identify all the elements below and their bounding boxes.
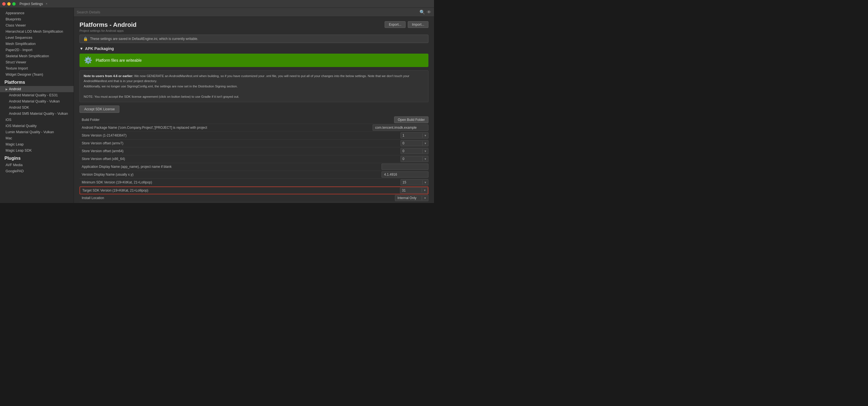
build-folder-label: Build Folder: [80, 116, 394, 123]
lock-icon: 🔒: [83, 36, 88, 41]
install-location-dropdown[interactable]: Internal Only ▼: [395, 195, 428, 201]
store-version-value: 1 ▼: [401, 133, 428, 139]
note-line2: Additionally, we no longer use SigningCo…: [84, 84, 424, 89]
platforms-section-header: Platforms: [0, 78, 74, 86]
version-display-input[interactable]: [381, 171, 428, 178]
dropdown-arrow-icon[interactable]: ▼: [422, 196, 428, 200]
sidebar-item-magic-leap[interactable]: Magic Leap: [0, 141, 74, 147]
store-armv7-spinner[interactable]: 0 ▼: [401, 140, 428, 146]
install-location-label: Install Location: [80, 195, 395, 201]
import-button[interactable]: Import...: [408, 21, 428, 28]
sidebar-item-blueprints[interactable]: Blueprints: [0, 16, 74, 22]
spinner-x86-arrow-icon[interactable]: ▼: [422, 157, 428, 161]
sidebar-item-skeletal-mesh[interactable]: Skeletal Mesh Simplification: [0, 53, 74, 59]
fullscreen-button[interactable]: [12, 2, 16, 6]
sidebar-item-texture-import[interactable]: Texture Import: [0, 65, 74, 71]
store-x86-val: 0: [401, 156, 422, 162]
target-sdk-label: Target SDK Version (19=KitKat, 21=Lollip…: [80, 187, 400, 194]
sidebar-item-appearance[interactable]: Appearance: [0, 10, 74, 16]
sidebar-item-ios[interactable]: iOS: [0, 117, 74, 123]
apk-section-header: ▼ APK Packaging: [80, 46, 428, 51]
info-text: These settings are saved in DefaultEngin…: [90, 37, 198, 41]
app-name-value: [381, 164, 428, 170]
sidebar-item-android-es31[interactable]: Android Material Quality - ES31: [0, 92, 74, 98]
titlebar-close-icon[interactable]: ×: [46, 2, 48, 5]
section-collapse-icon[interactable]: ▼: [80, 46, 84, 51]
store-x86-spinner[interactable]: 0 ▼: [401, 156, 428, 162]
note-line1: Note to users from 4.6 or earlier: We no…: [84, 74, 424, 84]
sidebar-item-android-sm5[interactable]: Android SM5 Material Quality - Vulkan: [0, 111, 74, 117]
sidebar-item-android[interactable]: ▶ Android: [0, 86, 74, 92]
sidebar-item-hierarchical-lod[interactable]: Hierarchical LOD Mesh Simplification: [0, 28, 74, 35]
target-sdk-val: 31: [400, 187, 422, 193]
spinner-arm64-arrow-icon[interactable]: ▼: [422, 149, 428, 153]
store-version-val: 1: [401, 133, 422, 138]
main-layout: Appearance Blueprints Class Viewer Hiera…: [0, 8, 434, 203]
close-button[interactable]: [2, 2, 6, 6]
sidebar-item-paper2d[interactable]: Paper2D - Import: [0, 47, 74, 53]
spinner-arrow-icon[interactable]: ▼: [422, 134, 428, 138]
settings-row-store-arm64: Store Version offset (arm64) 0 ▼: [80, 147, 428, 155]
store-armv7-value: 0 ▼: [401, 140, 428, 146]
store-arm64-spinner[interactable]: 0 ▼: [401, 148, 428, 154]
writeable-banner: ⚙️ Platform files are writeable: [80, 54, 428, 67]
store-x86-value: 0 ▼: [401, 156, 428, 162]
info-banner: 🔒 These settings are saved in DefaultEng…: [80, 35, 428, 43]
sidebar-item-level-sequences[interactable]: Level Sequences: [0, 35, 74, 41]
spinner-armv7-arrow-icon[interactable]: ▼: [422, 141, 428, 145]
search-input[interactable]: [77, 10, 417, 14]
titlebar: Project Settings ×: [0, 0, 434, 8]
content-area: Platforms - Android Project settings for…: [74, 17, 434, 203]
lint-label: Enable Lint depreciation checks: [80, 202, 425, 203]
sidebar-item-lumin[interactable]: Lumin Material Quality - Vulkan: [0, 129, 74, 135]
package-name-label: Android Package Name ('com.Company.Proje…: [80, 124, 373, 131]
sidebar-item-mac[interactable]: Mac: [0, 135, 74, 141]
install-location-value: Internal Only ▼: [395, 195, 428, 201]
store-arm64-val: 0: [401, 148, 422, 154]
sidebar-item-android-sdk[interactable]: Android SDK: [0, 105, 74, 111]
sidebar-item-struct-viewer[interactable]: Struct Viewer: [0, 59, 74, 65]
sidebar-item-magic-leap-sdk[interactable]: Magic Leap SDK: [0, 147, 74, 153]
store-version-spinner[interactable]: 1 ▼: [401, 133, 428, 139]
target-sdk-value: 31 ▼: [400, 187, 428, 194]
sidebar-item-android-vulkan[interactable]: Android Material Quality - Vulkan: [0, 98, 74, 105]
search-icons: 🔍 👁: [420, 9, 431, 15]
target-sdk-spinner[interactable]: 31 ▼: [400, 187, 428, 194]
spinner-min-sdk-arrow-icon[interactable]: ▼: [422, 180, 428, 184]
sidebar-item-avf-media[interactable]: AVF Media: [0, 162, 74, 168]
spinner-target-sdk-arrow-icon[interactable]: ▼: [422, 188, 428, 193]
install-location-dropdown-val: Internal Only: [395, 195, 422, 201]
sidebar-item-googlepad[interactable]: GooglePAD: [0, 168, 74, 174]
store-arm64-label: Store Version offset (arm64): [80, 148, 401, 154]
store-version-label: Store Version (1-2147483647): [80, 132, 401, 139]
min-sdk-spinner[interactable]: 15 ▼: [401, 179, 428, 185]
window-title: Project Settings: [20, 2, 43, 6]
note-box: Note to users from 4.6 or earlier: We no…: [80, 70, 428, 102]
store-x86-label: Store Version offset (x86_64): [80, 155, 401, 162]
settings-row-lint: Enable Lint depreciation checks: [80, 202, 428, 203]
settings-row-store-version: Store Version (1-2147483647) 1 ▼: [80, 132, 428, 140]
sidebar-item-class-viewer[interactable]: Class Viewer: [0, 22, 74, 28]
settings-row-app-name: Application Display Name (app_name), pro…: [80, 163, 428, 171]
open-build-folder-button[interactable]: Open Build Folder: [394, 116, 428, 123]
settings-row-min-sdk: Minimum SDK Version (19=KitKat, 21=Lolli…: [80, 179, 428, 186]
eye-icon[interactable]: 👁: [427, 10, 431, 15]
arrow-down-icon: ▶: [6, 88, 8, 91]
page-title: Platforms - Android: [80, 21, 137, 28]
sidebar-item-mesh-simplification[interactable]: Mesh Simplification: [0, 41, 74, 47]
export-button[interactable]: Export...: [384, 21, 406, 28]
sidebar-item-ios-material[interactable]: iOS Material Quality: [0, 123, 74, 129]
minimize-button[interactable]: [7, 2, 10, 6]
version-display-label: Version Display Name (usually x.y): [80, 171, 381, 178]
settings-row-target-sdk: Target SDK Version (19=KitKat, 21=Lollip…: [80, 186, 428, 194]
header-buttons: Export... Import...: [384, 21, 428, 28]
settings-row-store-x86: Store Version offset (x86_64) 0 ▼: [80, 155, 428, 163]
package-name-input[interactable]: [373, 124, 428, 131]
sidebar-item-widget-designer[interactable]: Widget Designer (Team): [0, 71, 74, 78]
accept-sdk-button[interactable]: Accept SDK License: [80, 106, 119, 113]
store-armv7-label: Store Version offset (armv7): [80, 140, 401, 147]
app-name-input[interactable]: [381, 164, 428, 170]
note-line3: NOTE: You must accept the SDK license ag…: [84, 94, 424, 99]
page-header: Platforms - Android Project settings for…: [80, 21, 428, 32]
search-icon[interactable]: 🔍: [420, 9, 425, 15]
